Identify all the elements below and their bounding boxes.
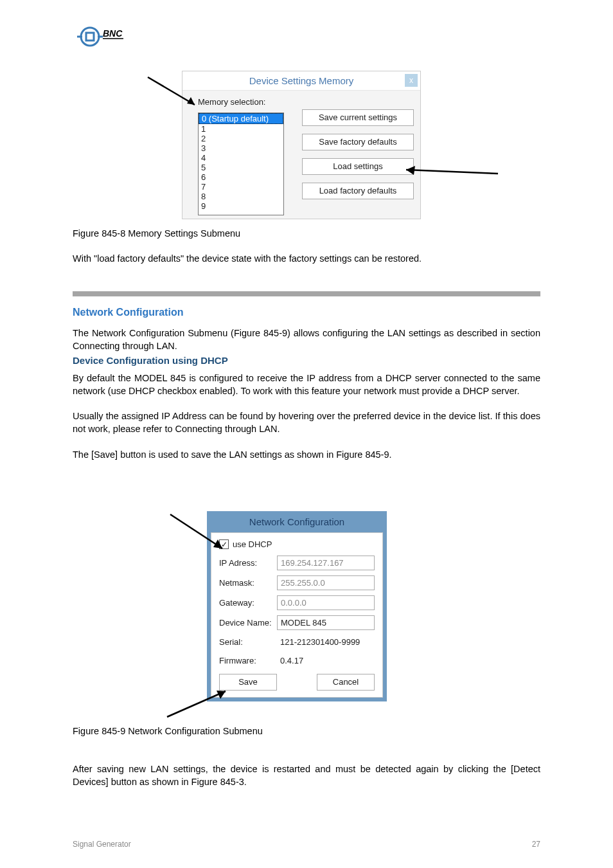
save-factory-defaults-button[interactable]: Save factory defaults — [302, 134, 414, 150]
device-settings-memory-dialog: Device Settings Memory x Memory selectio… — [182, 71, 421, 219]
footer-left: Signal Generator — [73, 840, 131, 849]
netmask-input[interactable]: 255.255.0.0 — [277, 575, 375, 590]
section-divider — [73, 291, 540, 296]
body-paragraph: Usually the assigned IP Address can be f… — [73, 410, 540, 435]
device-name-label: Device Name: — [219, 618, 277, 628]
list-item[interactable]: 5 — [199, 163, 283, 172]
memory-listbox[interactable]: 0 (Startup default) 1 2 3 4 5 6 7 8 9 — [198, 113, 284, 215]
logo: BNC — [77, 23, 129, 48]
list-item[interactable]: 0 (Startup default) — [199, 113, 283, 124]
ip-address-input[interactable]: 169.254.127.167 — [277, 556, 375, 570]
load-factory-defaults-button[interactable]: Load factory defaults — [302, 183, 414, 199]
body-paragraph: The [Save] button is used to save the LA… — [73, 448, 540, 461]
firmware-label: Firmware: — [219, 656, 277, 665]
svg-point-0 — [81, 28, 99, 46]
close-icon[interactable]: x — [405, 74, 418, 87]
svg-rect-1 — [86, 33, 94, 41]
figure-caption: Figure 845-9 Network Configuration Subme… — [73, 725, 540, 737]
cancel-button[interactable]: Cancel — [317, 674, 375, 691]
footer-page-number: 27 — [532, 840, 540, 849]
figure-caption: Figure 845-8 Memory Settings Submenu — [73, 227, 540, 240]
serial-label: Serial: — [219, 637, 277, 647]
body-paragraph: The Network Configuration Submenu (Figur… — [73, 327, 540, 352]
device-name-input[interactable]: MODEL 845 — [277, 615, 375, 630]
body-paragraph: By default the MODEL 845 is configured t… — [73, 372, 540, 397]
save-button[interactable]: Save — [219, 674, 277, 691]
list-item[interactable]: 8 — [199, 192, 283, 201]
dialog-title: Network Configuration — [208, 512, 386, 532]
list-item[interactable]: 3 — [199, 143, 283, 153]
gateway-input[interactable]: 0.0.0.0 — [277, 595, 375, 610]
section-heading: Network Configuration — [73, 307, 183, 318]
load-settings-button[interactable]: Load settings — [302, 158, 414, 175]
page-footer: Signal Generator 27 — [73, 840, 540, 849]
list-item[interactable]: 9 — [199, 201, 283, 211]
dialog-titlebar: Device Settings Memory x — [182, 71, 420, 91]
netmask-label: Netmask: — [219, 578, 277, 588]
subsection-heading: Device Configuration using DHCP — [73, 355, 228, 366]
use-dhcp-checkbox[interactable]: ✓ — [219, 539, 229, 549]
network-configuration-dialog: Network Configuration ✓ use DHCP IP Adre… — [207, 511, 387, 701]
body-paragraph: With "load factory defaults" the device … — [73, 252, 540, 265]
list-item[interactable]: 2 — [199, 134, 283, 143]
list-item[interactable]: 6 — [199, 172, 283, 182]
body-paragraph: After saving new LAN settings, the devic… — [73, 763, 540, 788]
list-item[interactable]: 4 — [199, 153, 283, 163]
use-dhcp-label: use DHCP — [233, 539, 272, 549]
dialog-title: Device Settings Memory — [249, 75, 354, 86]
gateway-label: Gateway: — [219, 598, 277, 608]
ip-address-label: IP Adress: — [219, 558, 277, 568]
logo-text: BNC — [103, 28, 123, 39]
firmware-value: 0.4.17 — [277, 654, 375, 667]
save-current-settings-button[interactable]: Save current settings — [302, 109, 414, 126]
list-item[interactable]: 1 — [199, 124, 283, 134]
serial-value: 121-212301400-9999 — [277, 635, 375, 649]
list-item[interactable]: 7 — [199, 182, 283, 192]
memory-selection-label: Memory selection: — [198, 97, 411, 107]
